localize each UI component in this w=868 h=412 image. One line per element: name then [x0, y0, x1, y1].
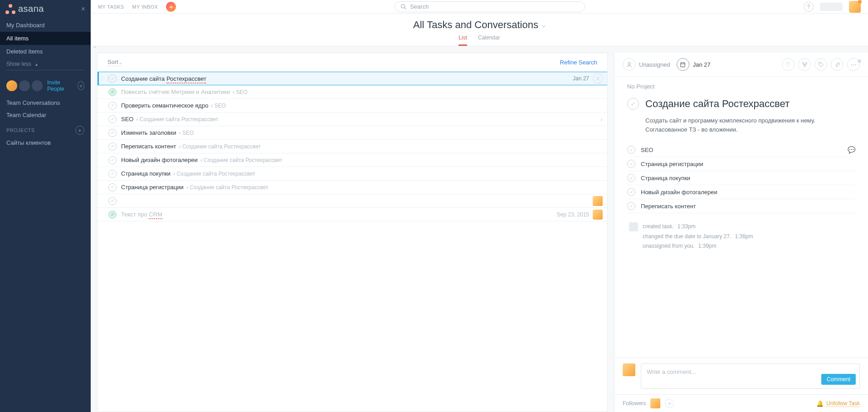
task-row[interactable]: ⋮⋮✓Страница покупки‹ Создание сайта Рост…: [98, 167, 607, 181]
project-selector[interactable]: No Project: [627, 83, 855, 90]
complete-check-icon[interactable]: ✓: [108, 170, 117, 178]
task-row[interactable]: ⋮⋮✓Страница регистрации‹ Создание сайта …: [98, 181, 607, 194]
show-less-label: Show less: [6, 61, 31, 67]
show-less-toggle[interactable]: Show less ▲: [6, 58, 84, 70]
svg-point-2: [597, 77, 599, 78]
complete-check-icon[interactable]: ✓: [108, 142, 117, 151]
subtask-row[interactable]: ✓SEO💬: [627, 143, 855, 157]
sort-button[interactable]: Sort⌵: [107, 59, 122, 66]
task-breadcrumb: ‹ Создание сайта Ростехрассвет: [186, 184, 268, 191]
task-title[interactable]: Создание сайта Ростехрассвет: [645, 98, 790, 110]
subtask-row[interactable]: ✓Новый дизайн фотогалереи: [627, 185, 855, 199]
assignee-button[interactable]: Unassigned: [623, 58, 670, 71]
heart-icon[interactable]: ♡: [782, 58, 795, 71]
subtask-row[interactable]: ✓Страница регистрации: [627, 157, 855, 171]
task-row[interactable]: ⋮⋮✓Переписать контент‹ Создание сайта Ро…: [98, 140, 607, 153]
refine-search-link[interactable]: Refine Search: [560, 59, 597, 66]
complete-check-icon[interactable]: ✓: [108, 129, 117, 137]
activity-text: changed the due date to January 27.: [643, 233, 731, 240]
topbar: MY TASKS MY INBOX + Search ?: [91, 0, 868, 14]
close-sidebar-icon[interactable]: ×: [81, 5, 85, 13]
task-row[interactable]: ⋮⋮✓Изменить заголовки‹ SEO: [98, 126, 607, 140]
invite-plus-icon[interactable]: +: [78, 81, 84, 90]
logo-icon: [5, 4, 15, 14]
complete-check-icon[interactable]: ✓: [108, 197, 117, 205]
complete-check-icon[interactable]: ✓: [108, 211, 117, 219]
due-date-button[interactable]: Jan 27: [677, 58, 711, 71]
svg-point-11: [819, 63, 820, 64]
team-avatars: [6, 80, 43, 91]
follower-avatar[interactable]: [650, 398, 660, 408]
due-date-label: Jan 27: [693, 61, 711, 68]
task-row[interactable]: ⋮⋮✓Текст про CRMSep 23, 2015: [98, 208, 607, 221]
drag-handle-icon[interactable]: ⋮⋮: [100, 76, 107, 82]
asana-logo[interactable]: asana: [5, 4, 44, 14]
subtask-check-icon[interactable]: ✓: [627, 202, 635, 210]
sidebar-item-dashboard[interactable]: My Dashboard: [0, 19, 91, 32]
add-project-icon[interactable]: +: [75, 126, 84, 135]
task-row[interactable]: ⋮⋮✓Повесить счётчик Метрики и Аналитики‹…: [98, 85, 607, 99]
tag-icon[interactable]: [814, 58, 827, 71]
title-dropdown-icon[interactable]: ⌵: [542, 22, 546, 29]
task-row[interactable]: ⋮⋮✓Создание сайта РостехрассветJan 27: [98, 72, 607, 85]
logo-text: asana: [18, 4, 44, 14]
complete-check-icon[interactable]: ✓: [108, 156, 117, 164]
nav-my-tasks[interactable]: MY TASKS: [98, 4, 124, 10]
close-detail-icon[interactable]: ×: [858, 57, 862, 65]
task-row[interactable]: ⋮⋮✓Проверить семантическое ядро‹ SEO: [98, 99, 607, 113]
sidebar-item-deleted[interactable]: Deleted Items: [0, 45, 91, 58]
unfollow-button[interactable]: 🔔 Unfollow Task: [816, 400, 860, 407]
search-input[interactable]: Search: [395, 1, 585, 12]
comment-input[interactable]: Write a comment... Comment: [641, 363, 860, 389]
add-follower-icon[interactable]: +: [665, 399, 674, 408]
user-avatar[interactable]: [849, 1, 861, 13]
complete-check-icon[interactable]: ✓: [108, 102, 117, 110]
subtasks-icon[interactable]: [798, 58, 811, 71]
complete-task-button[interactable]: ✓: [627, 98, 639, 110]
assignee-placeholder-icon[interactable]: [593, 74, 603, 83]
comment-button[interactable]: Comment: [821, 374, 856, 385]
sidebar-project-0[interactable]: Сайты клиентов: [0, 137, 91, 149]
task-row[interactable]: ⋮⋮✓: [98, 194, 607, 208]
subtask-check-icon[interactable]: ✓: [627, 160, 635, 168]
complete-check-icon[interactable]: ✓: [108, 88, 117, 96]
assignee-avatar[interactable]: [593, 196, 603, 206]
sidebar-team-conversations[interactable]: Team Conversations: [0, 97, 91, 109]
sidebar-team-calendar[interactable]: Team Calendar: [0, 109, 91, 121]
add-button[interactable]: +: [166, 2, 176, 12]
subtask-row[interactable]: ✓Страница покупки: [627, 171, 855, 185]
task-description[interactable]: Создать сайт и программу комплексного пр…: [645, 116, 855, 134]
attachment-icon[interactable]: [831, 58, 844, 71]
complete-check-icon[interactable]: ✓: [108, 115, 117, 123]
task-row[interactable]: ⋮⋮✓SEO‹ Создание сайта Ростехрассвет›: [98, 113, 607, 126]
task-row[interactable]: ⋮⋮✓Новый дизайн фотогалереи‹ Создание са…: [98, 153, 607, 167]
tab-calendar[interactable]: Calendar: [478, 34, 500, 46]
svg-point-3: [628, 62, 630, 64]
help-icon[interactable]: ?: [804, 2, 814, 12]
subtask-check-icon[interactable]: ✓: [627, 174, 635, 182]
subtask-row[interactable]: ✓Переписать контент: [627, 199, 855, 213]
subtask-check-icon[interactable]: ✓: [627, 188, 635, 196]
bell-icon: 🔔: [816, 400, 824, 407]
tab-list[interactable]: List: [458, 34, 467, 46]
task-list-panel: Sort⌵ Refine Search ⋮⋮✓Создание сайта Ро…: [97, 53, 608, 412]
sidebar-item-all-items[interactable]: All items: [0, 32, 91, 45]
unfollow-label: Unfollow Task: [826, 400, 860, 407]
complete-check-icon[interactable]: ✓: [108, 183, 117, 191]
upgrade-pill[interactable]: [820, 3, 843, 11]
assignee-avatar[interactable]: [593, 210, 603, 220]
page-title: All Tasks and Conversations: [413, 19, 538, 31]
task-title: Страница покупки: [121, 170, 171, 177]
task-title: Повесить счётчик Метрики и Аналитики: [121, 88, 230, 95]
expand-icon[interactable]: «: [93, 44, 96, 49]
task-breadcrumb: ‹ Создание сайта Ростехрассвет: [136, 116, 218, 123]
nav-my-inbox[interactable]: MY INBOX: [132, 4, 158, 10]
complete-check-icon[interactable]: ✓: [108, 74, 117, 83]
activity-text: unassigned from you.: [643, 243, 695, 249]
subtask-check-icon[interactable]: ✓: [627, 146, 635, 154]
task-title: Изменить заголовки: [121, 129, 176, 136]
invite-people-link[interactable]: Invite People: [47, 79, 69, 92]
task-breadcrumb: ‹ Создание сайта Ростехрассвет: [200, 157, 283, 163]
task-breadcrumb: ‹ SEO: [233, 89, 248, 95]
activity-avatar: [629, 222, 638, 231]
